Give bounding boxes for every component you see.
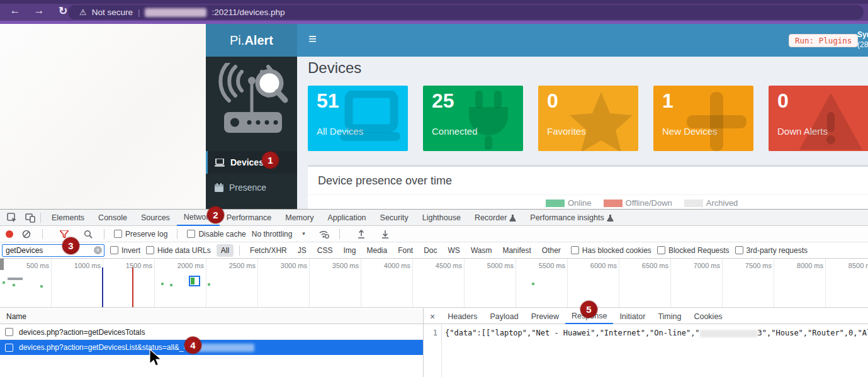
checkbox[interactable] <box>735 246 743 254</box>
forward-button[interactable]: → <box>31 4 47 17</box>
third-party-requests-checkbox[interactable]: 3rd-party requests <box>735 246 808 255</box>
checkbox-label: Hide data URLs <box>157 246 211 255</box>
request-name: devices.php?action=getDevicesList&status… <box>19 343 188 352</box>
tab-console[interactable]: Console <box>91 210 134 226</box>
search-icon[interactable] <box>82 229 94 239</box>
network-request-list: Name devices.php?action=getDevicesTotals… <box>0 308 423 377</box>
record-button[interactable] <box>6 230 13 238</box>
checkbox[interactable] <box>114 230 122 238</box>
tab-memory[interactable]: Memory <box>278 210 320 226</box>
tab-performance[interactable]: Performance <box>220 210 279 226</box>
tab-application[interactable]: Application <box>320 210 373 226</box>
inspect-element-icon[interactable] <box>6 213 18 223</box>
close-icon[interactable]: × <box>424 312 441 322</box>
toolbar-separator <box>339 229 340 239</box>
filter-input-wrapper: × <box>2 244 104 257</box>
card-new-devices[interactable]: 1 New Devices <box>653 86 753 151</box>
tab-security[interactable]: Security <box>373 210 415 226</box>
filter-chip-font[interactable]: Font <box>393 244 417 257</box>
address-bar[interactable]: ⚠ Not secure | :20211/devices.php <box>68 5 864 20</box>
page-background <box>0 24 206 209</box>
blocked-requests-checkbox[interactable]: Blocked Requests <box>657 246 730 255</box>
chevron-down-icon: ▼ <box>301 231 306 237</box>
filter-chip-manifest[interactable]: Manifest <box>498 244 535 257</box>
checkbox[interactable] <box>110 246 118 254</box>
clear-filter-icon[interactable]: × <box>94 246 102 254</box>
request-row-get-devices-totals[interactable]: devices.php?action=getDevicesTotals <box>0 325 423 340</box>
export-har-icon[interactable] <box>379 229 392 239</box>
tab-elements[interactable]: Elements <box>45 210 91 226</box>
throttling-dropdown[interactable]: No throttling ▼ <box>252 230 307 239</box>
tab-cookies[interactable]: Cookies <box>687 309 728 324</box>
router-logo <box>214 63 290 145</box>
run-plugins-button[interactable]: Run: Plugins <box>789 34 858 47</box>
sidebar-item-presence[interactable]: Presence <box>206 176 297 199</box>
tab-label: Elements <box>52 213 84 222</box>
hide-data-urls-checkbox[interactable]: Hide data URLs <box>146 246 211 255</box>
tab-headers[interactable]: Headers <box>441 309 483 324</box>
filter-chip-wasm[interactable]: Wasm <box>466 244 497 257</box>
filter-chip-other[interactable]: Other <box>538 244 565 257</box>
filter-chip-media[interactable]: Media <box>362 244 392 257</box>
filter-chip-ws[interactable]: WS <box>444 244 465 257</box>
sidebar-item-label: Devices <box>230 157 264 167</box>
import-har-icon[interactable] <box>355 229 368 239</box>
chart-legend: Online Offline/Down Archived <box>546 198 738 208</box>
load-event-marker <box>132 267 133 307</box>
timeline-request-dot <box>3 281 5 284</box>
tab-sources[interactable]: Sources <box>134 210 177 226</box>
response-body[interactable]: 1 {"data":[["laptop","Net - Huawei","Int… <box>424 325 868 377</box>
legend-label-archived: Archived <box>706 198 738 208</box>
checkbox[interactable] <box>5 344 13 352</box>
hamburger-menu-icon[interactable]: ≡ <box>308 31 317 47</box>
card-all-devices[interactable]: 51 All Devices <box>308 86 408 151</box>
request-row-get-devices-list[interactable]: devices.php?action=getDevicesList&status… <box>0 340 423 355</box>
tab-performance-insights[interactable]: Performance insights <box>523 210 620 226</box>
filter-chip-all[interactable]: All <box>217 244 234 257</box>
has-blocked-cookies-checkbox[interactable]: Has blocked cookies <box>571 246 651 255</box>
device-toolbar-icon[interactable] <box>24 213 37 223</box>
preserve-log-checkbox[interactable]: Preserve log <box>114 230 167 239</box>
card-favorites[interactable]: 0 Favorites <box>538 86 638 151</box>
network-overview-timeline[interactable]: 500 ms 1000 ms 1500 ms 2000 ms 2500 ms 3… <box>0 259 868 308</box>
network-filter-input[interactable] <box>2 244 104 257</box>
tab-payload[interactable]: Payload <box>483 309 524 324</box>
request-name: devices.php?action=getDevicesTotals <box>19 328 145 337</box>
card-down-alerts[interactable]: 0 Down Alerts <box>769 86 868 151</box>
name-column-header[interactable]: Name <box>6 312 26 321</box>
url-text[interactable]: :20211/devices.php <box>211 8 285 17</box>
filter-chip-css[interactable]: CSS <box>313 244 337 257</box>
checkbox[interactable] <box>146 246 154 254</box>
app-brand[interactable]: Pi.Alert <box>206 24 297 57</box>
not-secure-label[interactable]: Not secure <box>92 8 133 17</box>
toolbar-separator <box>239 245 240 256</box>
invert-checkbox[interactable]: Invert <box>110 246 140 255</box>
page-title: Devices <box>308 59 361 77</box>
timeline-tick: 4000 ms <box>361 262 410 269</box>
back-button[interactable]: ← <box>8 4 23 17</box>
checkbox-label: Blocked Requests <box>668 246 730 255</box>
disable-cache-checkbox[interactable]: Disable cache <box>187 230 245 239</box>
clear-icon[interactable] <box>20 229 33 239</box>
filter-chip-fetch-xhr[interactable]: Fetch/XHR <box>245 244 291 257</box>
tab-timing[interactable]: Timing <box>651 309 687 324</box>
tab-recorder[interactable]: Recorder <box>468 210 523 226</box>
filter-chip-img[interactable]: Img <box>339 244 360 257</box>
tab-initiator[interactable]: Initiator <box>613 309 651 324</box>
network-conditions-icon[interactable] <box>317 229 330 239</box>
checkbox[interactable] <box>187 230 195 238</box>
card-connected[interactable]: 25 Connected <box>423 86 523 151</box>
browser-toolbar: ← → ↻ ⚠ Not secure | :20211/devices.php <box>0 0 868 24</box>
checkbox[interactable] <box>5 328 13 336</box>
tab-lighthouse[interactable]: Lighthouse <box>415 210 468 226</box>
tab-preview[interactable]: Preview <box>525 309 565 324</box>
checkbox[interactable] <box>571 246 579 254</box>
plug-icon <box>456 91 519 151</box>
request-table-header[interactable]: Name <box>0 309 423 324</box>
sidebar-item-devices[interactable]: Devices <box>206 151 297 174</box>
filter-chip-doc[interactable]: Doc <box>419 244 441 257</box>
legend-label-offline: Offline/Down <box>626 198 672 208</box>
filter-chip-js[interactable]: JS <box>293 244 311 257</box>
checkbox[interactable] <box>657 246 665 254</box>
star-icon <box>568 91 634 151</box>
